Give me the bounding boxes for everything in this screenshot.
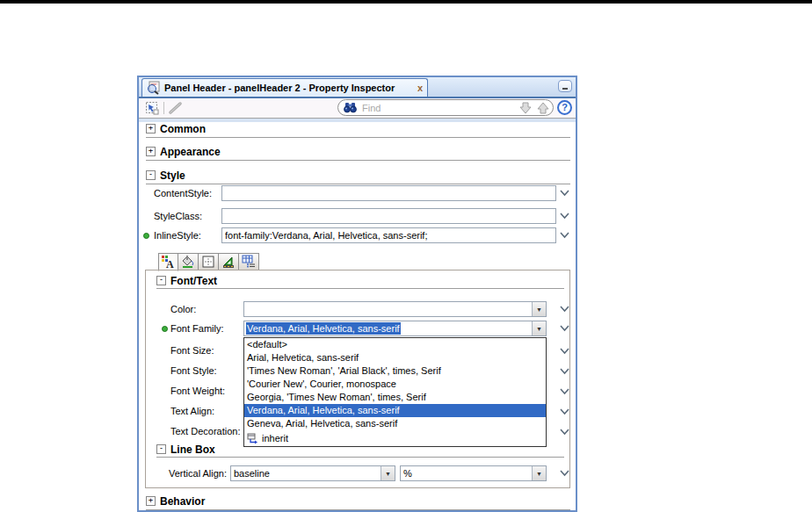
property-menu-chevron[interactable] [559, 407, 570, 416]
modified-indicator [162, 326, 168, 332]
tab-classes[interactable] [239, 253, 259, 270]
color-label: Color: [170, 304, 196, 316]
pencil-icon [168, 101, 184, 115]
dropdown-option[interactable]: 'Times New Roman', 'Arial Black', times,… [244, 364, 546, 378]
box-tab-icon [201, 255, 215, 269]
section-label: Style [160, 169, 185, 182]
property-menu-chevron[interactable] [559, 324, 570, 333]
dropdown-option[interactable]: <default> [244, 338, 546, 351]
property-menu-chevron[interactable] [559, 469, 570, 478]
property-inspector-window: xyz Panel Header - panelHeader 2 - Prope… [137, 76, 577, 512]
dropdown-option[interactable]: Arial, Helvetica, sans-serif [244, 351, 546, 364]
collapse-icon[interactable]: - [146, 170, 156, 180]
tab-layout[interactable] [219, 253, 239, 270]
minimize-button[interactable] [558, 80, 572, 92]
property-inspector-icon: xyz [147, 81, 161, 95]
top-frame-edge [0, 0, 812, 4]
minimize-icon [562, 88, 568, 90]
property-menu-chevron[interactable] [559, 189, 570, 198]
toolbar-separator [163, 102, 164, 114]
color-combobox[interactable]: ▼ [243, 301, 547, 317]
font-family-dropdown-list: <default> Arial, Helvetica, sans-serif '… [243, 337, 547, 447]
window-title: Panel Header - panelHeader 2 - Property … [164, 83, 395, 93]
font-weight-label: Font Weight: [170, 386, 225, 398]
collapse-icon[interactable]: - [156, 276, 166, 285]
vertical-align-label: Vertical Align: [169, 468, 227, 480]
binoculars-icon [344, 102, 357, 113]
text-decoration-label: Text Decoration: [170, 426, 240, 438]
section-header-style[interactable]: - Style [146, 169, 570, 184]
dropdown-option[interactable]: Geneva, Arial, Helvetica, sans-serif [244, 417, 546, 430]
section-header-common[interactable]: + Common [146, 123, 570, 138]
expand-icon[interactable]: + [146, 147, 156, 156]
titlebar: xyz Panel Header - panelHeader 2 - Prope… [139, 77, 576, 98]
dropdown-option[interactable]: Georgia, 'Times New Roman', times, Serif [244, 391, 546, 404]
font-family-label: Font Family: [170, 323, 224, 335]
section-header-appearance[interactable]: + Appearance [146, 146, 570, 161]
contentstyle-input[interactable] [221, 185, 556, 201]
expand-icon[interactable]: + [146, 124, 156, 133]
vertical-align-unit-combobox[interactable]: % ▼ [400, 465, 547, 481]
inherit-icon [247, 433, 258, 444]
text-align-label: Text Align: [170, 406, 214, 418]
subsection-label: Line Box [170, 443, 215, 456]
section-label: Common [160, 123, 206, 135]
property-menu-chevron[interactable] [559, 305, 570, 314]
close-icon[interactable]: x [417, 83, 423, 92]
style-category-tabs: A [158, 253, 259, 270]
subsection-header-font-text[interactable]: - Font/Text [156, 275, 564, 289]
inherit-label: inherit [262, 432, 288, 445]
property-menu-chevron[interactable] [559, 387, 570, 396]
inlinestyle-label: InlineStyle: [154, 230, 201, 242]
styleclass-label: StyleClass: [154, 211, 202, 223]
tab-background[interactable] [178, 253, 199, 270]
find-input[interactable]: Find [337, 99, 554, 116]
paint-bucket-tab-icon [181, 255, 195, 269]
toolbar-accent-strip [139, 119, 576, 122]
toolbar: Find ? [139, 98, 576, 119]
property-menu-chevron[interactable] [559, 367, 570, 376]
contentstyle-label: ContentStyle: [154, 188, 212, 200]
vertical-align-value: baseline [234, 468, 270, 479]
help-icon[interactable]: ? [557, 100, 572, 115]
section-label: Behavior [160, 495, 205, 508]
property-menu-chevron[interactable] [559, 428, 570, 436]
select-mode-icon [145, 101, 159, 115]
find-placeholder: Find [362, 103, 514, 113]
inlinestyle-input[interactable] [221, 227, 556, 243]
property-menu-chevron[interactable] [559, 212, 570, 220]
find-next-icon[interactable] [519, 102, 532, 114]
classes-tab-icon [242, 255, 256, 269]
font-size-label: Font Size: [170, 345, 214, 357]
tab-font-text[interactable]: A [158, 253, 178, 271]
section-header-behavior[interactable]: + Behavior [146, 495, 570, 510]
dropdown-arrow-icon[interactable]: ▼ [532, 321, 546, 335]
font-text-tab-icon: A [162, 256, 176, 270]
dropdown-arrow-icon[interactable]: ▼ [532, 302, 546, 316]
dropdown-arrow-icon[interactable]: ▼ [532, 466, 546, 480]
svg-text:A: A [166, 258, 174, 270]
vertical-align-combobox[interactable]: baseline ▼ [230, 465, 395, 481]
subsection-label: Font/Text [170, 275, 217, 287]
dropdown-option-inherit[interactable]: inherit [244, 430, 546, 446]
dropdown-option[interactable]: 'Courier New', Courier, monospace [244, 378, 546, 391]
tab-box[interactable] [199, 253, 219, 270]
dropdown-option-selected[interactable]: Verdana, Arial, Helvetica, sans-serif [244, 404, 546, 417]
bind-mode-button[interactable] [144, 100, 160, 116]
font-family-combobox[interactable]: Verdana, Arial, Helvetica, sans-serif ▼ [243, 321, 547, 336]
find-previous-icon[interactable] [537, 102, 549, 114]
font-style-label: Font Style: [170, 365, 217, 378]
styleclass-input[interactable] [221, 208, 556, 224]
property-menu-chevron[interactable] [559, 347, 570, 356]
font-family-value: Verdana, Arial, Helvetica, sans-serif [246, 322, 401, 335]
collapse-icon[interactable]: - [156, 444, 166, 454]
section-label: Appearance [160, 146, 221, 158]
dropdown-arrow-icon[interactable]: ▼ [381, 466, 395, 480]
property-menu-chevron[interactable] [559, 231, 570, 240]
edit-property-button[interactable] [168, 100, 184, 116]
property-inspector-tab[interactable]: xyz Panel Header - panelHeader 2 - Prope… [141, 78, 428, 97]
vertical-align-unit-value: % [403, 468, 412, 479]
modified-indicator [143, 233, 149, 239]
layout-tab-icon [221, 255, 236, 269]
expand-icon[interactable]: + [146, 496, 156, 506]
